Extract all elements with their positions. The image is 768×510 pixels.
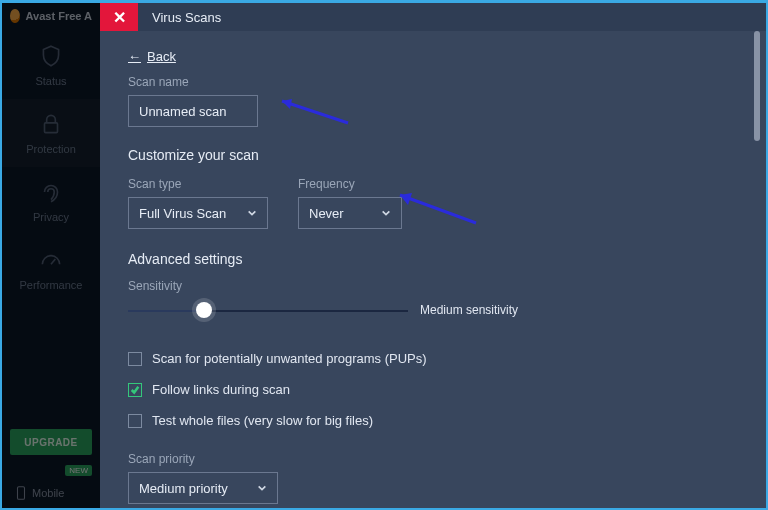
slider-thumb[interactable] <box>196 302 212 318</box>
panel-topbar: ✕ Virus Scans <box>100 3 766 31</box>
fingerprint-icon <box>38 179 64 205</box>
sidebar-item-label: Protection <box>26 143 76 155</box>
scan-type-value: Full Virus Scan <box>139 206 226 221</box>
scan-type-select[interactable]: Full Virus Scan <box>128 197 268 229</box>
back-label: Back <box>147 49 176 64</box>
check-label: Test whole files (very slow for big file… <box>152 413 373 428</box>
sensitivity-label: Sensitivity <box>128 279 744 293</box>
chevron-down-icon <box>247 206 257 221</box>
scan-name-input[interactable]: Unnamed scan <box>128 95 258 127</box>
scan-type-label: Scan type <box>128 177 268 191</box>
sidebar-item-label: Performance <box>20 279 83 291</box>
chevron-down-icon <box>257 481 267 496</box>
avast-logo-icon <box>10 9 20 23</box>
slider-fill <box>128 310 204 312</box>
svg-rect-0 <box>45 123 58 133</box>
app-window: Avast Free A Status Protection Privacy <box>0 0 768 510</box>
frequency-label: Frequency <box>298 177 402 191</box>
arrow-left-icon: ← <box>128 49 141 64</box>
panel-title: Virus Scans <box>138 3 221 31</box>
sidebar-item-mobile[interactable]: Mobile <box>10 486 64 500</box>
sidebar-nav: Status Protection Privacy Performance <box>2 31 100 303</box>
check-label: Follow links during scan <box>152 382 290 397</box>
close-button[interactable]: ✕ <box>100 3 138 31</box>
check-follow-links[interactable]: Follow links during scan <box>128 382 744 397</box>
sidebar-item-label: Status <box>35 75 66 87</box>
sidebar-item-status[interactable]: Status <box>2 31 100 99</box>
frequency-value: Never <box>309 206 344 221</box>
check-pups[interactable]: Scan for potentially unwanted programs (… <box>128 351 744 366</box>
advanced-checks: Scan for potentially unwanted programs (… <box>128 351 744 428</box>
checkbox-checked-icon <box>128 383 142 397</box>
chevron-down-icon <box>381 206 391 221</box>
sidebar-footer: UPGRADE NEW Mobile <box>10 429 92 500</box>
shield-icon <box>38 43 64 69</box>
advanced-title: Advanced settings <box>128 251 744 267</box>
priority-label: Scan priority <box>128 452 744 466</box>
scrollbar[interactable] <box>752 31 762 502</box>
sidebar-item-label: Privacy <box>33 211 69 223</box>
sensitivity-value: Medium sensitivity <box>420 303 518 317</box>
sidebar-item-label: Mobile <box>32 487 64 499</box>
frequency-select[interactable]: Never <box>298 197 402 229</box>
close-icon: ✕ <box>113 8 126 27</box>
scan-name-value: Unnamed scan <box>139 104 226 119</box>
check-whole-files[interactable]: Test whole files (very slow for big file… <box>128 413 744 428</box>
mobile-icon <box>16 486 26 500</box>
scrollbar-thumb[interactable] <box>754 31 760 141</box>
sidebar-item-performance[interactable]: Performance <box>2 235 100 303</box>
customize-title: Customize your scan <box>128 147 744 163</box>
new-badge: NEW <box>65 465 92 476</box>
brand-name: Avast Free A <box>26 10 92 22</box>
sensitivity-slider[interactable] <box>128 299 408 323</box>
check-label: Scan for potentially unwanted programs (… <box>152 351 427 366</box>
sidebar: Avast Free A Status Protection Privacy <box>2 3 100 508</box>
sidebar-item-privacy[interactable]: Privacy <box>2 167 100 235</box>
panel-content: ← Back Scan name Unnamed scan Customize … <box>128 47 744 508</box>
svg-rect-1 <box>18 487 25 500</box>
priority-select[interactable]: Medium priority <box>128 472 278 504</box>
sidebar-item-protection[interactable]: Protection <box>2 99 100 167</box>
upgrade-button[interactable]: UPGRADE <box>10 429 92 455</box>
checkbox-icon <box>128 352 142 366</box>
back-link[interactable]: ← Back <box>128 49 176 64</box>
checkbox-icon <box>128 414 142 428</box>
brand: Avast Free A <box>2 3 100 31</box>
scan-name-label: Scan name <box>128 75 744 89</box>
lock-icon <box>38 111 64 137</box>
gauge-icon <box>38 247 64 273</box>
main-panel: ✕ Virus Scans ← Back Scan name Unnamed s… <box>100 3 766 508</box>
priority-value: Medium priority <box>139 481 228 496</box>
